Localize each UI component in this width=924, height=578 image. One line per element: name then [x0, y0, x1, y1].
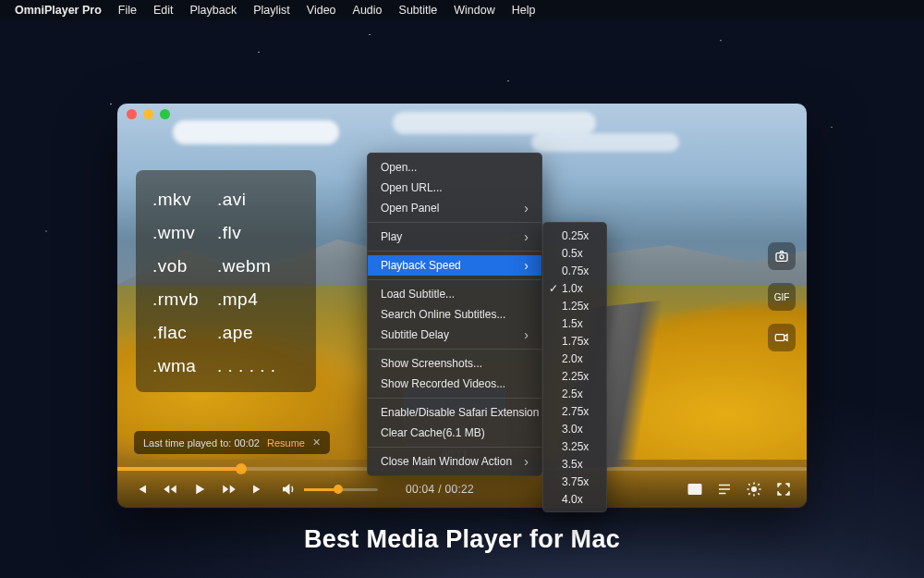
rewind-button[interactable] [162, 481, 178, 498]
speed-2-25x[interactable]: 2.25x [543, 367, 606, 385]
speed-2-5x[interactable]: 2.5x [543, 385, 606, 402]
speed-0-25x[interactable]: 0.25x [543, 227, 606, 244]
menu-help[interactable]: Help [512, 4, 536, 17]
context-menu: Open...Open URL...Open PanelPlayPlayback… [367, 153, 542, 476]
playback-speed-submenu: 0.25x0.5x0.75x1.0x1.25x1.5x1.75x2.0x2.25… [542, 222, 607, 512]
speed-1-25x[interactable]: 1.25x [543, 297, 606, 314]
ctx-play[interactable]: Play [368, 227, 541, 247]
ctx-show-screenshots[interactable]: Show Screenshots... [368, 353, 541, 374]
speed-1-5x[interactable]: 1.5x [543, 314, 606, 332]
resume-close-icon[interactable]: ✕ [312, 437, 321, 449]
system-menubar: OmniPlayer Pro File Edit Playback Playli… [0, 0, 924, 20]
menu-file[interactable]: File [118, 4, 137, 17]
resume-link[interactable]: Resume [267, 437, 305, 449]
menu-video[interactable]: Video [307, 4, 336, 17]
ctx-search-online-subtitles[interactable]: Search Online Subtitles... [368, 304, 541, 325]
menu-edit[interactable]: Edit [153, 4, 174, 17]
resume-toast: Last time played to: 00:02 Resume ✕ [134, 431, 330, 454]
speed-1-0x[interactable]: 1.0x [543, 279, 606, 297]
menu-window[interactable]: Window [454, 4, 494, 17]
volume-icon[interactable] [280, 481, 297, 498]
ctx-clear-cache-6-1-mb[interactable]: Clear Cache(6.1 MB) [368, 423, 541, 443]
speed-4-0x[interactable]: 4.0x [543, 490, 606, 508]
pip-button[interactable] [687, 481, 703, 498]
settings-button[interactable] [746, 481, 762, 498]
resume-text: Last time played to: 00:02 [143, 437, 260, 449]
app-name[interactable]: OmniPlayer Pro [15, 4, 102, 17]
ctx-open[interactable]: Open... [368, 157, 541, 178]
ctx-enable-disable-safari-extension[interactable]: Enable/Disable Safari Extension [368, 402, 541, 423]
menu-playlist[interactable]: Playlist [253, 4, 290, 17]
marketing-tagline: Best Media Player for Mac [0, 525, 924, 554]
playback-controls: 00:04 / 00:22 [117, 471, 807, 508]
svg-rect-4 [695, 488, 699, 492]
time-display: 00:04 / 00:22 [406, 483, 474, 496]
ctx-show-recorded-videos[interactable]: Show Recorded Videos... [368, 374, 541, 394]
ctx-playback-speed[interactable]: Playback Speed [368, 255, 541, 276]
next-track-button[interactable] [250, 481, 267, 498]
prev-track-button[interactable] [132, 481, 149, 498]
speed-3-25x[interactable]: 3.25x [543, 437, 606, 455]
volume-slider[interactable] [304, 488, 378, 491]
window-traffic-lights [127, 109, 170, 119]
svg-point-1 [780, 255, 784, 259]
speed-2-75x[interactable]: 2.75x [543, 402, 606, 420]
window-zoom-button[interactable] [160, 109, 170, 119]
window-minimize-button[interactable] [143, 109, 153, 119]
speed-0-75x[interactable]: 0.75x [543, 262, 606, 279]
menu-playback[interactable]: Playback [190, 4, 237, 17]
playlist-button[interactable] [716, 481, 733, 498]
speed-3-75x[interactable]: 3.75x [543, 473, 606, 490]
ctx-open-panel[interactable]: Open Panel [368, 198, 541, 218]
speed-3-0x[interactable]: 3.0x [543, 420, 606, 437]
speed-2-0x[interactable]: 2.0x [543, 350, 606, 367]
menu-audio[interactable]: Audio [353, 4, 383, 17]
svg-point-5 [752, 487, 757, 492]
speed-1-75x[interactable]: 1.75x [543, 332, 606, 350]
speed-0-5x[interactable]: 0.5x [543, 244, 606, 262]
speed-3-5x[interactable]: 3.5x [543, 455, 606, 473]
fullscreen-button[interactable] [775, 481, 792, 498]
ctx-subtitle-delay[interactable]: Subtitle Delay [368, 325, 541, 345]
window-close-button[interactable] [127, 109, 137, 119]
screenshot-button[interactable] [768, 242, 796, 270]
ctx-close-main-window-action[interactable]: Close Main Window Action [368, 451, 541, 472]
forward-button[interactable] [221, 481, 237, 498]
play-button[interactable] [191, 481, 208, 498]
supported-formats-overlay: .mkv.avi .wmv.flv .vob.webm .rmvb.mp4 .f… [136, 170, 316, 392]
ctx-load-subtitle[interactable]: Load Subtitle... [368, 284, 541, 304]
record-button[interactable] [768, 324, 796, 351]
gif-button[interactable]: GIF [768, 283, 796, 311]
ctx-open-url[interactable]: Open URL... [368, 178, 541, 198]
menu-subtitle[interactable]: Subtitle [399, 4, 438, 17]
quick-actions: GIF [768, 242, 796, 351]
svg-rect-2 [775, 335, 784, 341]
svg-rect-0 [776, 253, 787, 262]
